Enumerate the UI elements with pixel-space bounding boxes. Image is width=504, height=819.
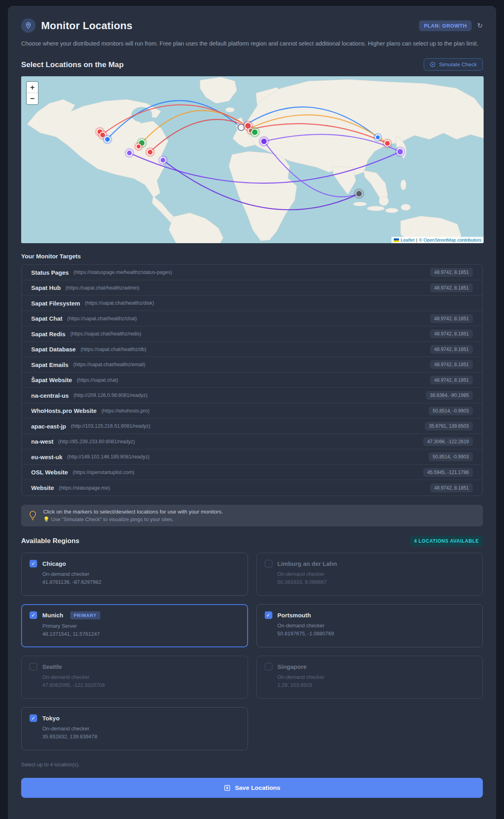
primary-badge: PRIMARY <box>70 611 100 619</box>
location-marker[interactable] <box>375 135 380 140</box>
target-url: (https://whohosts.pro) <box>101 408 149 414</box>
simulate-check-label: Simulate Check <box>439 61 477 67</box>
checkbox-unchecked[interactable] <box>265 560 272 567</box>
region-card-portsmouth[interactable]: ✓PortsmouthOn-demand checker50.8197675, … <box>256 604 483 647</box>
target-coordinates-badge: 48.9742, 8.1851 <box>430 268 473 277</box>
target-name: Sapat Filesystem <box>31 300 80 307</box>
target-url: (http://85.239.233.60:8081/readyz) <box>58 439 135 444</box>
target-url: (http://209.126.0.56:8081/readyz) <box>73 393 147 398</box>
target-row: OSL Website(https://openstartuplist.com)… <box>22 465 482 480</box>
targets-heading: Your Monitor Targets <box>21 253 483 260</box>
location-marker[interactable] <box>356 190 362 197</box>
region-type: On-demand checker <box>42 571 240 577</box>
region-type: On-demand checker <box>42 674 240 680</box>
page-description: Choose where your distributed monitors w… <box>21 39 483 48</box>
simulate-check-button[interactable]: Simulate Check <box>424 58 483 71</box>
target-url: (https://sapat.chat/healthz/disk) <box>85 300 154 306</box>
checkbox-checked[interactable]: ✓ <box>30 560 37 567</box>
region-card-munich[interactable]: ✓MunichPRIMARYPrimary Server48.1371541, … <box>21 604 248 647</box>
play-circle-icon <box>430 61 436 67</box>
region-type: On-demand checker <box>278 674 475 680</box>
target-url: (https://openstartuplist.com) <box>73 470 134 475</box>
target-url: (https://statuspage.me/healthz/status-pa… <box>73 270 172 275</box>
target-name: apac-east-jp <box>31 423 66 430</box>
locations-available-badge: 4 LOCATIONS AVAILABLE <box>410 536 483 546</box>
region-card-tokyo[interactable]: ✓TokyoOn-demand checker35.652832, 139.83… <box>21 707 248 750</box>
target-coordinates-badge: 48.9742, 8.1851 <box>430 284 473 292</box>
location-marker[interactable] <box>385 141 390 146</box>
target-coordinates-badge: 48.9742, 8.1851 <box>430 314 473 323</box>
target-url: (https://sapat.chat/healthz/admin) <box>65 285 139 291</box>
location-marker[interactable] <box>105 137 110 142</box>
region-card-chicago[interactable]: ✓ChicagoOn-demand checker41.8781136, -87… <box>21 553 248 596</box>
target-coordinates-badge: 48.9742, 8.1851 <box>430 345 473 354</box>
zoom-in-button[interactable]: + <box>27 82 38 93</box>
location-marker[interactable] <box>147 149 153 155</box>
region-coordinates: 47.6062095, -122.3320708 <box>42 682 240 688</box>
target-coordinates-badge: 48.9742, 8.1851 <box>430 329 473 338</box>
region-type: On-demand checker <box>42 726 240 732</box>
leaflet-link[interactable]: Leaflet <box>401 238 415 242</box>
region-card-seattle[interactable]: SeattleOn-demand checker47.6062095, -122… <box>21 656 248 699</box>
target-name: na-west <box>31 438 54 445</box>
checkbox-checked[interactable]: ✓ <box>30 611 37 619</box>
checkbox-checked[interactable]: ✓ <box>265 611 272 619</box>
world-map[interactable]: + − Leaflet | © OpenStreetMap contributo… <box>21 76 484 243</box>
target-row: na-central-us(http://209.126.0.56:8081/r… <box>22 388 482 403</box>
region-card-limburg-an-der-lahn[interactable]: Limburg an der LahnOn-demand checker50.3… <box>256 553 483 596</box>
location-marker[interactable] <box>397 149 403 155</box>
target-row: apac-east-jp(http://103.125.216.51:8081/… <box>22 418 482 434</box>
target-url: (https://sapat.chat/healthz/redis) <box>70 331 141 337</box>
target-name: Status Pages <box>31 269 69 276</box>
target-coordinates-badge: 35.6761, 139.6503 <box>425 422 473 430</box>
checkbox-unchecked[interactable] <box>265 663 272 670</box>
target-name: Website <box>31 484 54 491</box>
region-name: Chicago <box>42 560 66 567</box>
selection-limit-note: Select up to 4 location(s). <box>21 761 483 767</box>
map-attribution: Leaflet | © OpenStreetMap contributors <box>391 237 484 243</box>
location-pin-icon <box>21 18 36 33</box>
target-name: Sapat Database <box>31 346 76 353</box>
region-grid: ✓ChicagoOn-demand checker41.8781136, -87… <box>21 553 483 750</box>
tip-box: Click on the markers to select/deselect … <box>21 505 483 526</box>
target-name: eu-west-uk <box>31 454 62 460</box>
lightbulb-icon <box>28 510 37 521</box>
target-name: Sapat Chat <box>31 315 62 322</box>
location-marker[interactable] <box>252 129 258 135</box>
page-title: Monitor Locations <box>41 20 133 32</box>
region-name: Portsmouth <box>278 612 311 619</box>
checkbox-checked[interactable]: ✓ <box>30 714 37 722</box>
tip-line-2: 💡 Use "Simulate Check" to visualize ping… <box>43 516 223 522</box>
attribution-separator: | <box>416 238 417 242</box>
location-marker[interactable] <box>261 138 267 145</box>
target-name: WhoHosts.pro Website <box>31 407 97 414</box>
target-row: Status Pages(https://statuspage.me/healt… <box>22 265 482 280</box>
map-zoom-control: + − <box>26 81 39 105</box>
target-coordinates-badge: 48.9742, 8.1851 <box>430 484 473 492</box>
region-type: Primary Server <box>42 623 240 629</box>
location-marker[interactable] <box>160 157 166 163</box>
osm-link[interactable]: © OpenStreetMap contributors <box>419 238 481 242</box>
monitor-targets-list: Status Pages(https://statuspage.me/healt… <box>21 264 483 496</box>
target-row: Website(https://statuspage.me)48.9742, 8… <box>22 480 482 496</box>
location-marker[interactable] <box>136 144 141 149</box>
zoom-out-button[interactable]: − <box>27 93 38 104</box>
target-url: (https://sapat.chat/healthz/db) <box>81 347 147 352</box>
save-locations-button[interactable]: Save Locations <box>21 778 483 798</box>
target-row: eu-west-uk(http://149.102.146.185:8081/r… <box>22 449 482 465</box>
region-name: Munich <box>42 612 63 619</box>
target-url: (http://103.125.216.51:8081/readyz) <box>71 423 151 429</box>
location-marker[interactable] <box>127 150 132 156</box>
target-url: (https://sapat.chat/healthz/chat) <box>67 316 137 321</box>
target-row: Sapat Hub(https://sapat.chat/healthz/adm… <box>22 280 482 296</box>
target-coordinates-badge: 47.3066, -122.2619 <box>423 437 473 446</box>
region-coordinates: 1.29, 103.8503 <box>278 682 475 688</box>
target-name: Sapat Hub <box>31 284 61 291</box>
region-type: On-demand checker <box>278 623 475 629</box>
target-row: Sapat Database(https://sapat.chat/health… <box>22 342 482 357</box>
target-name: OSL Website <box>31 469 68 476</box>
region-card-singapore[interactable]: SingaporeOn-demand checker1.29, 103.8503 <box>256 656 483 699</box>
refresh-icon[interactable]: ↻ <box>477 22 483 30</box>
checkbox-unchecked[interactable] <box>30 663 37 670</box>
region-coordinates: 50.8197675, -1.0880769 <box>278 631 475 637</box>
